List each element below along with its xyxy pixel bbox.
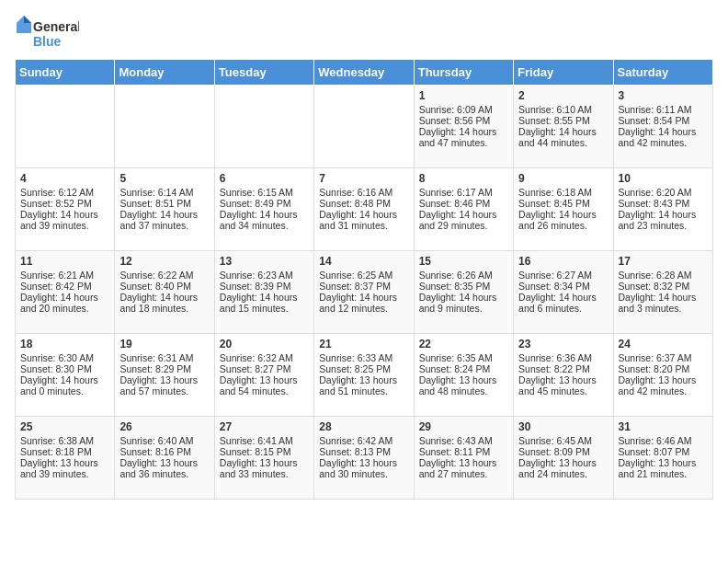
calendar-cell: 4Sunrise: 6:12 AMSunset: 8:52 PMDaylight…: [16, 168, 115, 251]
day-info: Sunset: 8:49 PM: [220, 198, 309, 209]
day-info: Sunrise: 6:22 AM: [119, 270, 209, 281]
day-number: 21: [319, 338, 408, 350]
day-info: Daylight: 14 hours and 31 minutes.: [319, 209, 408, 231]
day-info: Daylight: 13 hours and 36 minutes.: [119, 457, 209, 479]
day-info: Sunset: 8:34 PM: [518, 281, 608, 292]
day-info: Sunrise: 6:26 AM: [419, 270, 508, 281]
day-info: Sunset: 8:09 PM: [518, 446, 608, 457]
calendar-cell: 18Sunrise: 6:30 AMSunset: 8:30 PMDayligh…: [16, 334, 115, 417]
day-info: Sunrise: 6:38 AM: [20, 435, 109, 446]
day-info: Sunrise: 6:27 AM: [518, 270, 608, 281]
day-number: 14: [319, 255, 408, 268]
calendar-cell: 16Sunrise: 6:27 AMSunset: 8:34 PMDayligh…: [514, 251, 613, 334]
day-number: 31: [619, 420, 708, 433]
day-info: Daylight: 14 hours and 42 minutes.: [619, 126, 708, 148]
day-info: Sunset: 8:27 PM: [220, 363, 309, 374]
day-number: 25: [20, 420, 109, 433]
day-number: 5: [119, 172, 209, 185]
day-number: 6: [220, 172, 309, 185]
day-number: 26: [119, 420, 209, 433]
calendar-cell: 10Sunrise: 6:20 AMSunset: 8:43 PMDayligh…: [613, 168, 712, 251]
logo-svg: General Blue: [15, 15, 79, 50]
week-row-4: 18Sunrise: 6:30 AMSunset: 8:30 PMDayligh…: [16, 334, 713, 417]
day-info: Sunset: 8:30 PM: [20, 363, 109, 374]
week-row-1: 1Sunrise: 6:09 AMSunset: 8:56 PMDaylight…: [16, 86, 713, 168]
day-info: Sunrise: 6:32 AM: [220, 352, 309, 363]
day-number: 27: [220, 420, 309, 433]
day-info: Sunset: 8:55 PM: [518, 115, 608, 126]
calendar-cell: 25Sunrise: 6:38 AMSunset: 8:18 PMDayligh…: [16, 417, 115, 500]
day-number: 11: [20, 255, 109, 268]
calendar-cell: 23Sunrise: 6:36 AMSunset: 8:22 PMDayligh…: [514, 334, 613, 417]
day-info: Daylight: 13 hours and 30 minutes.: [319, 457, 408, 479]
day-info: Sunset: 8:18 PM: [20, 446, 109, 457]
day-info: Sunrise: 6:40 AM: [119, 435, 209, 446]
calendar-cell: [115, 86, 214, 168]
day-info: Sunset: 8:22 PM: [518, 363, 608, 374]
day-number: 20: [220, 338, 309, 350]
svg-marker-5: [24, 16, 31, 23]
day-info: Sunrise: 6:20 AM: [619, 187, 708, 198]
day-number: 4: [20, 172, 109, 185]
day-number: 22: [419, 338, 508, 350]
day-info: Sunset: 8:35 PM: [419, 281, 508, 292]
day-info: Daylight: 14 hours and 23 minutes.: [619, 209, 708, 231]
day-info: Daylight: 14 hours and 12 minutes.: [319, 292, 408, 314]
day-info: Sunset: 8:46 PM: [419, 198, 508, 209]
day-info: Daylight: 14 hours and 26 minutes.: [518, 209, 608, 231]
col-header-thursday: Thursday: [414, 60, 513, 86]
day-info: Daylight: 14 hours and 18 minutes.: [119, 292, 209, 314]
day-number: 3: [619, 89, 708, 102]
calendar-cell: 31Sunrise: 6:46 AMSunset: 8:07 PMDayligh…: [613, 417, 712, 500]
day-info: Sunset: 8:40 PM: [119, 281, 209, 292]
header: General Blue: [15, 15, 713, 50]
day-info: Sunrise: 6:11 AM: [619, 104, 708, 115]
day-info: Sunrise: 6:36 AM: [518, 352, 608, 363]
col-header-monday: Monday: [115, 60, 214, 86]
day-info: Sunset: 8:20 PM: [619, 363, 708, 374]
day-info: Sunrise: 6:33 AM: [319, 352, 408, 363]
day-info: Sunset: 8:16 PM: [119, 446, 209, 457]
day-info: Sunrise: 6:35 AM: [419, 352, 508, 363]
day-info: Sunrise: 6:43 AM: [419, 435, 508, 446]
calendar-cell: 8Sunrise: 6:17 AMSunset: 8:46 PMDaylight…: [414, 168, 513, 251]
calendar-cell: 13Sunrise: 6:23 AMSunset: 8:39 PMDayligh…: [214, 251, 313, 334]
day-info: Sunset: 8:51 PM: [119, 198, 209, 209]
day-number: 16: [518, 255, 608, 268]
calendar-cell: 27Sunrise: 6:41 AMSunset: 8:15 PMDayligh…: [214, 417, 313, 500]
day-info: Daylight: 13 hours and 21 minutes.: [619, 457, 708, 479]
day-info: Daylight: 14 hours and 0 minutes.: [20, 374, 109, 396]
calendar-cell: 15Sunrise: 6:26 AMSunset: 8:35 PMDayligh…: [414, 251, 513, 334]
day-info: Daylight: 14 hours and 9 minutes.: [419, 292, 508, 314]
day-info: Sunset: 8:54 PM: [619, 115, 708, 126]
day-info: Sunrise: 6:23 AM: [220, 270, 309, 281]
day-info: Sunset: 8:07 PM: [619, 446, 708, 457]
day-info: Sunrise: 6:18 AM: [518, 187, 608, 198]
day-info: Daylight: 14 hours and 39 minutes.: [20, 209, 109, 231]
day-info: Daylight: 14 hours and 15 minutes.: [220, 292, 309, 314]
week-row-2: 4Sunrise: 6:12 AMSunset: 8:52 PMDaylight…: [16, 168, 713, 251]
calendar-cell: 26Sunrise: 6:40 AMSunset: 8:16 PMDayligh…: [115, 417, 214, 500]
day-number: 13: [220, 255, 309, 268]
day-info: Sunrise: 6:25 AM: [319, 270, 408, 281]
calendar-cell: 19Sunrise: 6:31 AMSunset: 8:29 PMDayligh…: [115, 334, 214, 417]
calendar-header-row: SundayMondayTuesdayWednesdayThursdayFrid…: [16, 60, 713, 86]
col-header-friday: Friday: [514, 60, 613, 86]
day-info: Sunset: 8:24 PM: [419, 363, 508, 374]
day-info: Sunset: 8:45 PM: [518, 198, 608, 209]
calendar-cell: 28Sunrise: 6:42 AMSunset: 8:13 PMDayligh…: [314, 417, 414, 500]
calendar-cell: 6Sunrise: 6:15 AMSunset: 8:49 PMDaylight…: [214, 168, 313, 251]
day-info: Sunrise: 6:15 AM: [220, 187, 309, 198]
day-number: 17: [619, 255, 708, 268]
day-info: Sunset: 8:37 PM: [319, 281, 408, 292]
day-info: Sunrise: 6:17 AM: [419, 187, 508, 198]
calendar-table: SundayMondayTuesdayWednesdayThursdayFrid…: [15, 59, 713, 500]
day-info: Daylight: 13 hours and 54 minutes.: [220, 374, 309, 396]
calendar-cell: [214, 86, 313, 168]
day-info: Daylight: 13 hours and 24 minutes.: [518, 457, 608, 479]
day-number: 15: [419, 255, 508, 268]
calendar-cell: 20Sunrise: 6:32 AMSunset: 8:27 PMDayligh…: [214, 334, 313, 417]
day-info: Sunrise: 6:31 AM: [119, 352, 209, 363]
calendar-cell: 12Sunrise: 6:22 AMSunset: 8:40 PMDayligh…: [115, 251, 214, 334]
day-info: Sunrise: 6:21 AM: [20, 270, 109, 281]
